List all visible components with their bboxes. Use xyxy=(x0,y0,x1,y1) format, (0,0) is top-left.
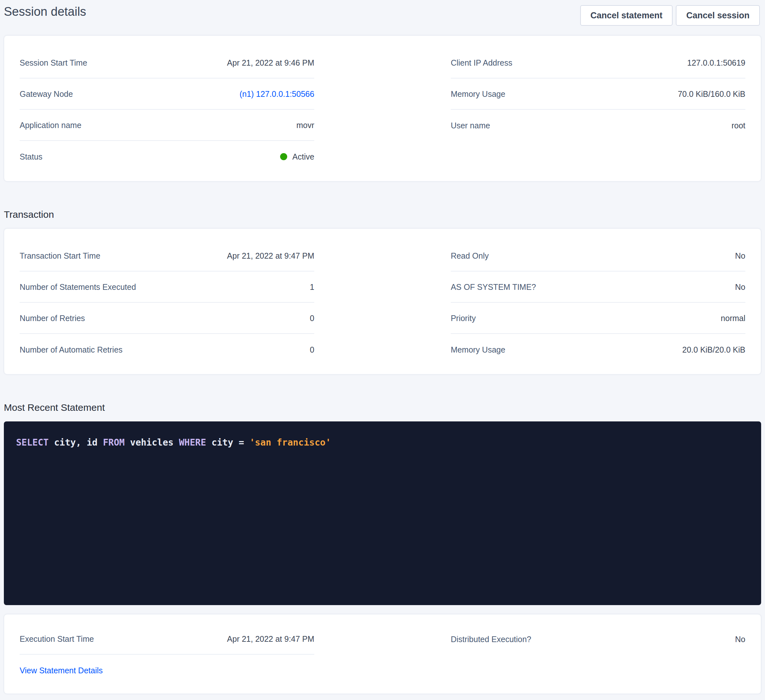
row-read-only: Read Only No xyxy=(451,240,745,272)
row-application-name: Application name movr xyxy=(20,110,314,141)
row-view-statement-details: View Statement Details xyxy=(20,654,314,686)
row-value: 0 xyxy=(310,345,314,355)
row-label: Application name xyxy=(20,120,82,130)
row-value: 127.0.0.1:50619 xyxy=(687,58,745,68)
session-summary-right-column: Client IP Address 127.0.0.1:50619 Memory… xyxy=(451,47,745,172)
row-label: Gateway Node xyxy=(20,89,73,99)
row-session-start-time: Session Start Time Apr 21, 2022 at 9:46 … xyxy=(20,47,314,78)
sql-text: vehicles xyxy=(124,437,179,448)
row-label: Number of Automatic Retries xyxy=(20,345,123,355)
row-label: Memory Usage xyxy=(451,345,505,355)
row-automatic-retries: Number of Automatic Retries 0 xyxy=(20,334,314,365)
row-label: Execution Start Time xyxy=(20,634,94,644)
cancel-statement-button[interactable]: Cancel statement xyxy=(580,5,673,26)
row-value: No xyxy=(735,251,745,261)
status-badge: Active xyxy=(280,152,314,162)
most-recent-statement-box: SELECT city, id FROM vehicles WHERE city… xyxy=(4,421,761,605)
row-user-name: User name root xyxy=(451,110,745,141)
row-value: movr xyxy=(296,120,315,130)
row-value: No xyxy=(735,282,745,292)
transaction-right-column: Read Only No AS OF SYSTEM TIME? No Prior… xyxy=(451,240,745,365)
row-label: Number of Retries xyxy=(20,313,85,323)
row-label: Status xyxy=(20,152,42,162)
row-value: 20.0 KiB/20.0 KiB xyxy=(682,345,745,355)
row-number-of-retries: Number of Retries 0 xyxy=(20,303,314,334)
row-label: Priority xyxy=(451,313,476,323)
row-label: Distributed Execution? xyxy=(451,634,531,644)
sql-text: city, id xyxy=(49,437,103,448)
sql-statement-text: SELECT city, id FROM vehicles WHERE city… xyxy=(16,437,331,448)
session-summary-left-column: Session Start Time Apr 21, 2022 at 9:46 … xyxy=(20,47,314,172)
row-memory-usage: Memory Usage 70.0 KiB/160.0 KiB xyxy=(451,78,745,110)
row-priority: Priority normal xyxy=(451,303,745,334)
row-client-ip-address: Client IP Address 127.0.0.1:50619 xyxy=(451,47,745,78)
row-execution-start-time: Execution Start Time Apr 21, 2022 at 9:4… xyxy=(20,623,314,654)
row-label: Transaction Start Time xyxy=(20,251,101,261)
row-distributed-execution: Distributed Execution? No xyxy=(451,623,745,654)
row-value: Apr 21, 2022 at 9:47 PM xyxy=(227,251,314,261)
sql-string-literal: 'san francisco' xyxy=(250,437,331,448)
page-title: Session details xyxy=(4,4,86,19)
row-value: Apr 21, 2022 at 9:46 PM xyxy=(227,58,314,68)
row-status: Status Active xyxy=(20,141,314,172)
page-header: Session details Cancel statement Cancel … xyxy=(0,0,765,26)
session-summary-card: Session Start Time Apr 21, 2022 at 9:46 … xyxy=(4,35,761,181)
view-statement-details-link[interactable]: View Statement Details xyxy=(20,665,103,676)
row-label: Read Only xyxy=(451,251,489,261)
row-value: 1 xyxy=(310,282,314,292)
row-label: Client IP Address xyxy=(451,58,512,68)
row-label: Session Start Time xyxy=(20,58,87,68)
row-label: AS OF SYSTEM TIME? xyxy=(451,282,536,292)
execution-right-column: Distributed Execution? No xyxy=(451,623,745,686)
cancel-session-button[interactable]: Cancel session xyxy=(676,5,760,26)
row-value: No xyxy=(735,634,745,644)
row-statements-executed: Number of Statements Executed 1 xyxy=(20,272,314,303)
row-value: root xyxy=(732,120,745,130)
row-value: normal xyxy=(721,313,745,323)
status-active-dot-icon xyxy=(280,153,287,160)
row-transaction-start-time: Transaction Start Time Apr 21, 2022 at 9… xyxy=(20,240,314,272)
transaction-section-heading: Transaction xyxy=(4,209,765,221)
sql-keyword: WHERE xyxy=(179,437,206,448)
row-gateway-node: Gateway Node (n1) 127.0.0.1:50566 xyxy=(20,78,314,110)
execution-left-column: Execution Start Time Apr 21, 2022 at 9:4… xyxy=(20,623,314,686)
gateway-node-link[interactable]: (n1) 127.0.0.1:50566 xyxy=(239,89,314,99)
status-text: Active xyxy=(292,152,314,162)
sql-keyword: FROM xyxy=(103,437,124,448)
session-details-page: Session details Cancel statement Cancel … xyxy=(0,0,765,700)
most-recent-statement-heading: Most Recent Statement xyxy=(4,402,765,414)
row-value: 70.0 KiB/160.0 KiB xyxy=(678,89,745,99)
row-transaction-memory-usage: Memory Usage 20.0 KiB/20.0 KiB xyxy=(451,334,745,365)
row-as-of-system-time: AS OF SYSTEM TIME? No xyxy=(451,272,745,303)
sql-keyword: SELECT xyxy=(16,437,49,448)
row-label: Memory Usage xyxy=(451,89,505,99)
row-value: Apr 21, 2022 at 9:47 PM xyxy=(227,634,314,644)
row-label: User name xyxy=(451,120,490,130)
transaction-card: Transaction Start Time Apr 21, 2022 at 9… xyxy=(4,228,761,374)
transaction-left-column: Transaction Start Time Apr 21, 2022 at 9… xyxy=(20,240,314,365)
row-label: Number of Statements Executed xyxy=(20,282,136,292)
execution-card: Execution Start Time Apr 21, 2022 at 9:4… xyxy=(4,614,761,694)
sql-text: city = xyxy=(206,437,250,448)
row-value: 0 xyxy=(310,313,314,323)
header-actions: Cancel statement Cancel session xyxy=(580,5,760,26)
